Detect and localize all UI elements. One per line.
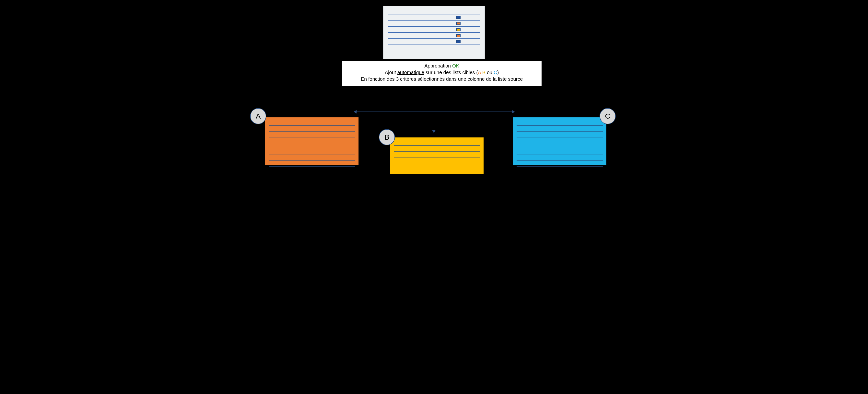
target-row [517, 156, 603, 161]
caption-paren-open: ( [476, 70, 478, 75]
target-row [269, 139, 355, 143]
target-row [269, 151, 355, 155]
criteria-marker-blue [456, 40, 461, 43]
caption-line-1: Approbation OK [345, 63, 539, 69]
target-row [394, 147, 480, 152]
source-row [388, 52, 480, 57]
badge-c-label: C [605, 112, 610, 120]
caption-ok: OK [452, 63, 459, 68]
target-list-a [265, 118, 359, 165]
source-row [388, 28, 480, 33]
target-row [517, 121, 603, 126]
target-row [269, 162, 355, 167]
caption-line1-prefix: Approbation [424, 63, 452, 68]
target-row [394, 141, 480, 146]
target-row [394, 165, 480, 169]
target-row [517, 133, 603, 137]
target-row [517, 162, 603, 167]
target-row [517, 139, 603, 143]
target-list-b [390, 137, 484, 174]
caption-paren-close: ) [497, 70, 499, 75]
target-row [394, 159, 480, 163]
arrow-horizontal [354, 111, 515, 112]
caption-line-2: Ajout automatique sur une des lists cibl… [345, 69, 539, 76]
caption-ou: ou [486, 70, 494, 75]
badge-a: A [250, 108, 266, 124]
target-row [394, 170, 480, 174]
target-row [269, 127, 355, 132]
source-row [388, 40, 480, 45]
caption-line-3: En fonction des 3 critères sélectionnés … [345, 76, 539, 83]
criteria-marker-yellow [456, 28, 461, 31]
target-row [517, 151, 603, 155]
criteria-marker-orange [456, 22, 461, 25]
criteria-marker-orange [456, 34, 461, 37]
source-row [388, 22, 480, 27]
caption-line2-mid: sur une des lists cibles [424, 70, 476, 75]
target-row [269, 133, 355, 137]
caption-line2-pre: Ajout [385, 70, 397, 75]
target-row [517, 127, 603, 132]
caption-box: Approbation OK Ajout automatique sur une… [342, 61, 541, 86]
caption-c: C [494, 70, 497, 75]
caption-line2-auto: automatique [397, 70, 424, 75]
target-row [269, 144, 355, 149]
diagram-canvas: Approbation OK Ajout automatique sur une… [245, 0, 623, 174]
arrow-down [434, 89, 434, 133]
caption-a: A [478, 70, 481, 75]
target-row [517, 144, 603, 149]
badge-b-label: B [384, 133, 389, 141]
source-row [388, 46, 480, 51]
caption-b: B [482, 70, 486, 75]
source-row [388, 9, 480, 14]
source-row [388, 15, 480, 21]
criteria-marker-blue [456, 16, 461, 19]
badge-c: C [599, 108, 616, 124]
target-row [269, 156, 355, 161]
source-row [388, 34, 480, 39]
badge-a-label: A [256, 112, 260, 120]
badge-b: B [379, 129, 395, 145]
target-row [394, 153, 480, 158]
target-row [269, 121, 355, 126]
source-list [383, 6, 485, 59]
target-list-c [513, 118, 607, 165]
